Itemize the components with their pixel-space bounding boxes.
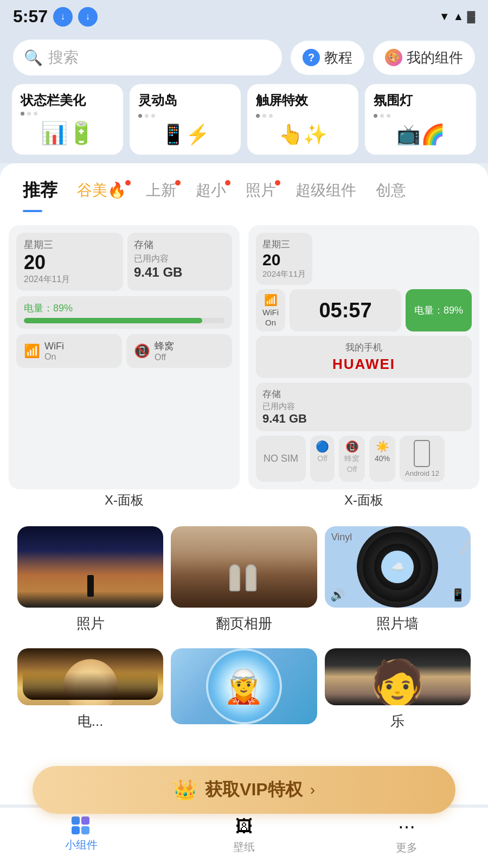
more-icon: ⋯ [398,816,415,837]
photo-card-astronaut[interactable] [171,526,317,608]
nav-label-widgets: 小组件 [65,838,98,852]
dot [269,114,273,118]
bluetooth-label: Off [317,454,327,463]
feature-card-dynamic-island[interactable]: 灵动岛 📱⚡ [130,84,241,155]
tutorial-button[interactable]: ? 教程 [291,41,364,75]
storage-used-left: 已用内容 [134,253,226,265]
battery-track [24,318,224,323]
download-icon-2: ↓ [78,7,98,27]
widgets-icon [72,816,91,834]
nav-item-more[interactable]: ⋯ 更多 [325,816,488,855]
phone-label: 我的手机 [345,341,382,354]
my-widget-button[interactable]: 🎨 我的组件 [373,41,475,75]
vinyl-bottom-right: 📱 [451,588,465,602]
photo-label-1: 照片 [17,608,163,635]
avatar-card-guy[interactable]: 🧑 [325,648,471,705]
wifi-status-left: On [44,352,64,362]
brightness-card: ☀️ 40% [369,436,395,482]
tab-small[interactable]: 超小 [186,180,236,210]
storage-label-left: 存储 [134,238,226,251]
dot [21,112,24,116]
search-icon: 🔍 [24,49,43,67]
wifi-icon-left: 📶 [24,343,40,359]
avatar-row: 电... 🧝 🧑 乐 [9,640,479,737]
battery-bar-card: 电量：89% [16,296,232,329]
date-card-right: 星期三 20 2024年11月 [256,233,312,285]
avatar-card-anime1[interactable] [17,648,163,705]
avatar-label-3: 乐 [325,705,471,733]
storage-size-right: 9.41 GB [262,412,465,426]
dots-ambient [374,114,467,118]
day-right: 20 [262,251,306,269]
storage-used-right: 已用内容 [262,401,465,412]
bluetooth-card: 🔵 Off [310,436,335,482]
dot [380,114,384,118]
feature-card-touch[interactable]: 触屏特效 👆✨ [247,84,358,155]
tab-recommend[interactable]: 推荐 [13,178,67,212]
xpanel-left[interactable]: 星期三 20 2024年11月 存储 已用内容 9.41 GB 电量：89% [9,225,240,489]
feature-cards-row: 状态栏美化 📊🔋 灵动岛 📱⚡ 触屏特效 👆✨ 氛围灯 [0,84,488,163]
my-widget-label: 我的组件 [407,48,463,67]
photo-card-wrapper-2: 翻页相册 [171,526,317,635]
weekday-right: 星期三 [262,238,306,251]
wifi-on-label: On [265,318,276,327]
tab-new[interactable]: 上新 [136,180,186,210]
wifi-cell-row: 📶 WiFi On 📵 蜂窝 Off [16,334,232,368]
brightness-label: 40% [375,454,390,463]
photo-card-vinyl[interactable]: Vinyl ☁️ 🔊 📱 [325,526,471,608]
wifi-card-left: 📶 WiFi On [16,334,122,368]
guy-emoji: 🧑 [325,648,471,705]
date-storage-row: 星期三 20 2024年11月 存储 已用内容 9.41 GB [16,233,232,291]
photo-card-night[interactable] [17,526,163,608]
feature-card-ambient[interactable]: 氛围灯 📺🌈 [365,84,476,155]
tab-super[interactable]: 超级组件 [286,180,366,210]
feature-title-touch: 触屏特效 [256,93,350,108]
storage-card-right: 存储 已用内容 9.41 GB [256,382,472,431]
search-input-wrap[interactable]: 🔍 搜索 [13,40,282,75]
avatar-card-anime2[interactable]: 🧝 [171,648,317,724]
vip-banner[interactable]: 👑 获取VIP特权 › [33,766,455,814]
wifi-status-card-right: 📶 WiFi On [256,289,285,331]
vinyl-text: Vinyl [331,532,352,543]
status-icons: ▼ ▲ ▓ [439,10,475,23]
widget-section: 星期三 20 2024年11月 存储 已用内容 9.41 GB 电量：89% [0,212,488,750]
nav-item-wallpaper[interactable]: 🖼 壁纸 [163,816,325,855]
widget-panels-row: 星期三 20 2024年11月 存储 已用内容 9.41 GB 电量：89% [9,225,479,513]
right-panel-label: X-面板 [248,492,479,509]
status-bar: 5:57 ↓ ↓ ▼ ▲ ▓ [0,0,488,31]
tab-new-dot [175,180,181,186]
cell-status-left: Off [155,353,174,362]
tab-creative[interactable]: 创意 [366,180,416,210]
feature-card-statusbar[interactable]: 状态栏美化 📊🔋 [12,84,123,155]
storage-card-left: 存储 已用内容 9.41 GB [127,233,232,291]
vip-text: 获取VIP特权 [205,778,303,802]
tab-gumei[interactable]: 谷美🔥 [67,180,136,210]
time-big-card: 05:57 [290,289,401,331]
feature-title-dynamic-island: 灵动岛 [138,93,232,108]
dot [34,112,37,116]
nav-label-wallpaper: 壁纸 [233,840,255,854]
dynamic-island-preview: 📱⚡ [138,123,232,146]
bottom-nav: 小组件 🖼 壁纸 ⋯ 更多 [0,807,488,868]
wifi-status-label: WiFi [262,308,279,317]
battery-icon: ▓ [467,10,475,23]
brightness-icon: ☀️ [376,440,389,453]
left-panel-label: X-面板 [9,492,240,509]
statusbar-preview: 📊🔋 [21,120,114,146]
photo-card-wrapper-3: Vinyl ☁️ 🔊 📱 照片墙 [325,526,471,635]
tab-photo[interactable]: 照片 [236,180,286,210]
cell-card-left: 📵 蜂窝 Off [126,334,232,368]
xpanel-right[interactable]: 星期三 20 2024年11月 📶 WiFi On [248,225,479,489]
vip-crown-icon: 👑 [173,778,197,801]
download-icon-1: ↓ [53,7,73,27]
nav-item-widgets[interactable]: 小组件 [0,816,163,855]
dots-dynamic [138,114,232,118]
vinyl-bottom-left: 🔊 [330,588,345,602]
phone-brand-row: 我的手机 HUAWEI [256,336,472,378]
tab-gumei-dot [125,180,131,186]
dot [374,114,377,118]
cell-off-icon: 📵 [345,440,359,453]
anime-overlay-1 [23,654,158,700]
tab-photo-dot [275,180,280,186]
feature-title-ambient: 氛围灯 [374,93,467,108]
